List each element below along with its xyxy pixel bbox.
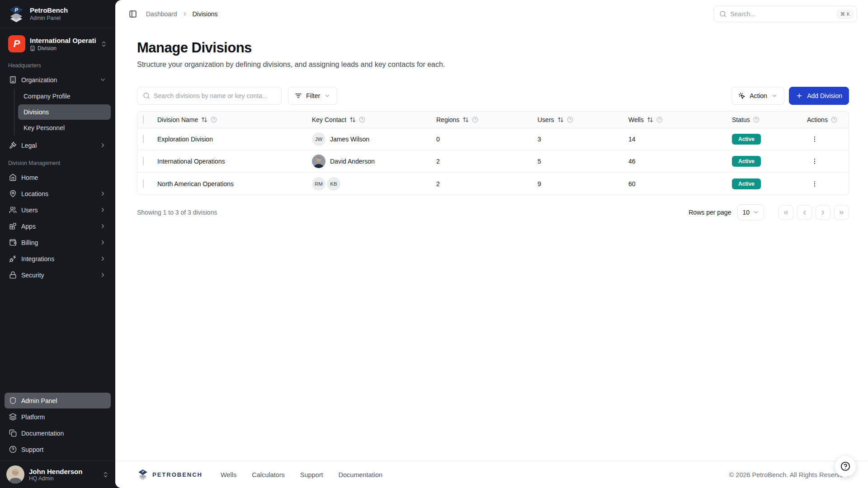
user-card[interactable]: John Henderson HQ Admin [0,460,115,488]
contact-avatar-photo [312,155,326,168]
sidebar-item-documentation[interactable]: Documentation [5,425,111,441]
sidebar-item-legal[interactable]: Legal [5,137,111,153]
column-header-regions: Regions [436,116,538,123]
cell-division-name: North American Operations [157,180,312,188]
column-header-label: Actions [807,116,828,123]
cell-checkbox [137,180,157,188]
panel-left-icon [129,10,137,18]
prev-page-button[interactable] [797,205,812,220]
footer-link-wells[interactable]: Wells [221,471,236,479]
contact-avatar-initials: JW [312,132,326,146]
footer-link-support[interactable]: Support [300,471,323,479]
plug-zap-icon [9,255,17,263]
sidebar-item-apps[interactable]: Apps [5,218,111,234]
breadcrumb-divisions: Divisions [193,10,218,18]
sidebar: P PetroBench Admin Panel P International… [0,0,115,488]
sidebar-toggle-button[interactable] [126,7,140,21]
column-header-wells: Wells [628,116,732,123]
sidebar-item-label: Documentation [21,430,106,437]
chevron-down-icon [771,93,778,99]
org-switcher[interactable]: P International Operatio Division [5,33,110,55]
sidebar-item-security[interactable]: Security [5,267,111,283]
last-page-button[interactable] [834,205,849,220]
sidebar-item-platform[interactable]: Platform [5,409,111,425]
sidebar-item-organization[interactable]: Organization [5,72,111,88]
toolbar-right: Action Add Division [731,87,849,105]
column-header-label: Status [732,116,750,123]
help-circle-icon [567,117,573,123]
sidebar-subitem-company-profile[interactable]: Company Profile [18,89,111,104]
cell-wells: 14 [628,136,732,143]
column-header-key-contact: Key Contact [312,116,436,123]
sidebar-subitem-divisions[interactable]: Divisions [18,104,111,120]
chevrons-up-down-icon [102,471,109,478]
row-actions-button[interactable] [808,155,821,168]
sidebar-item-locations[interactable]: Locations [5,186,111,202]
table-toolbar: Filter Action Add Division [137,87,849,105]
row-actions-button[interactable] [808,132,821,146]
select-all-checkbox[interactable] [143,115,144,124]
cell-status: Active [732,156,807,167]
cell-division-name: Exploration Division [157,136,312,143]
more-vertical-icon [811,180,818,188]
user-avatar [6,465,24,483]
action-button[interactable]: Action [731,87,784,105]
first-page-button[interactable] [778,205,793,220]
help-circle-icon [831,117,837,123]
cell-users: 5 [538,158,628,165]
next-page-button[interactable] [816,205,830,220]
pointer-click-icon [738,92,745,99]
help-circle-icon [359,117,365,123]
sidebar-item-users[interactable]: Users [5,202,111,218]
sidebar-item-home[interactable]: Home [5,169,111,185]
filter-button-label: Filter [306,92,320,99]
users-icon [9,206,17,214]
map-pin-icon [9,190,17,197]
table-row: North American OperationsRMKB2960Active [137,173,849,195]
footer-link-calculators[interactable]: Calculators [252,471,285,479]
footer-brand: P PetroBench [137,469,203,481]
search-icon [143,92,150,99]
sidebar-item-label: Legal [21,142,95,149]
cell-regions: 2 [436,180,538,188]
help-fab-button[interactable] [835,455,856,477]
row-checkbox[interactable] [143,135,144,143]
sidebar-item-admin-panel[interactable]: Admin Panel [5,393,111,408]
cell-checkbox [137,135,157,143]
chevron-right-icon [99,272,106,278]
contact-avatar-initials: RM [312,177,326,191]
status-badge: Active [732,156,761,167]
table-row: International OperationsDavid Anderson25… [137,150,849,173]
filter-icon [295,92,302,99]
org-text: International Operatio Division [30,37,96,52]
chevron-right-icon [182,11,188,17]
help-circle-icon [656,117,663,123]
filter-button[interactable]: Filter [288,87,337,105]
chevrons-left-icon [783,209,789,216]
rows-per-page-select[interactable]: 10 [737,204,764,221]
global-search-input[interactable] [730,10,834,18]
sidebar-subitem-key-personnel[interactable]: Key Personnel [18,120,111,136]
footer-link-documentation[interactable]: Documentation [339,471,383,479]
org-logo-letter: P [14,38,20,50]
breadcrumb-dashboard[interactable]: Dashboard [146,10,177,18]
rows-per-page-value: 10 [742,209,750,216]
breadcrumb: Dashboard Divisions [146,10,218,18]
sidebar-item-billing[interactable]: Billing [5,235,111,250]
sidebar-item-support[interactable]: Support [5,441,111,457]
cell-users: 3 [538,136,628,143]
divisions-search-input[interactable] [154,92,276,99]
chevron-right-icon [99,190,106,197]
global-search[interactable]: ⌘ K [713,6,857,22]
row-checkbox[interactable] [143,179,144,188]
section-label-headquarters: Headquarters [0,56,115,71]
column-header-label: Users [538,116,554,123]
row-checkbox[interactable] [143,157,144,165]
divisions-search[interactable] [137,87,282,105]
row-actions-button[interactable] [808,177,821,191]
chevron-left-icon [801,209,808,216]
section-label-division-management: Division Management [0,154,115,169]
search-icon [719,10,726,18]
add-division-button[interactable]: Add Division [789,87,849,105]
sidebar-item-integrations[interactable]: Integrations [5,251,111,267]
